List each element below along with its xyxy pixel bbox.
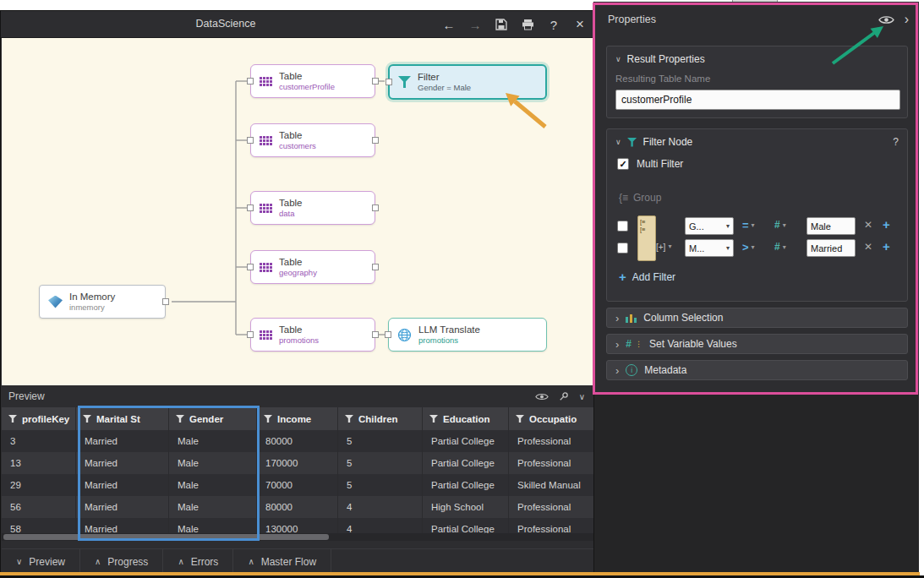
preview-panel-icons: ∨ xyxy=(535,391,585,401)
table-cell: Professional xyxy=(509,496,593,518)
column-header-2[interactable]: Gender xyxy=(169,407,257,430)
chevron-right-icon: › xyxy=(615,364,619,377)
input-port[interactable] xyxy=(247,78,254,85)
remove-filter-icon[interactable]: ✕ xyxy=(864,241,872,253)
type-dropdown[interactable]: # ▾ xyxy=(774,219,786,231)
save-icon[interactable] xyxy=(492,15,511,34)
node-subtitle: promotions xyxy=(418,335,480,345)
node-text: Table geography xyxy=(279,257,317,277)
column-header-6[interactable]: Occupatio xyxy=(509,407,593,430)
node-table-customerprofile[interactable]: Table customerProfile xyxy=(250,64,375,98)
filter-value-input[interactable] xyxy=(806,239,856,257)
tab-progress[interactable]: ∧ Progress xyxy=(80,549,163,574)
pin-icon[interactable] xyxy=(559,391,569,401)
scrollbar-thumb[interactable] xyxy=(3,534,329,540)
input-port[interactable] xyxy=(247,331,254,338)
collapse-panel-chevron-icon[interactable]: › xyxy=(905,13,909,26)
eye-icon[interactable] xyxy=(878,14,894,25)
column-header-label: Education xyxy=(443,414,490,424)
node-table-customers[interactable]: Table customers xyxy=(250,123,375,157)
input-port[interactable] xyxy=(385,79,392,85)
column-header-5[interactable]: Education xyxy=(423,407,509,430)
section-set-variable-values[interactable]: › # ⋮ Set Variable Values xyxy=(606,334,908,354)
output-port[interactable] xyxy=(372,264,379,270)
column-header-4[interactable]: Children xyxy=(338,407,423,430)
table-cell: Married xyxy=(76,474,169,496)
close-icon[interactable]: × xyxy=(571,15,589,34)
output-port[interactable] xyxy=(372,331,379,338)
tab-label: Preview xyxy=(29,556,65,568)
column-dropdown-value: M... xyxy=(689,243,704,254)
filter-value-input[interactable] xyxy=(806,217,856,235)
table-cell: 5 xyxy=(338,430,423,452)
result-properties-header[interactable]: ∨ Result Properties xyxy=(607,46,907,72)
column-header-0[interactable]: profileKey xyxy=(2,407,76,430)
filter-node-header[interactable]: ∨ Filter Node ? xyxy=(607,129,907,155)
filter-icon xyxy=(627,138,637,147)
workflow-canvas[interactable]: In Memory inmemory Table customerProfile… xyxy=(2,38,593,385)
column-filter-icon xyxy=(429,415,438,423)
node-llm-translate[interactable]: LLM Translate promotions xyxy=(388,318,547,352)
node-table-promotions[interactable]: Table promotions xyxy=(250,318,375,352)
forward-icon[interactable]: → xyxy=(466,15,484,34)
column-dropdown[interactable]: M... ▾ xyxy=(685,239,734,257)
section-metadata[interactable]: › i Metadata xyxy=(606,360,908,380)
tab-preview[interactable]: ∨ Preview xyxy=(2,549,80,574)
resulting-table-name-input[interactable] xyxy=(615,90,900,110)
table-cell: Male xyxy=(169,496,257,518)
group-control: {≡ Group xyxy=(619,192,661,204)
info-icon: i xyxy=(626,364,637,376)
table-cell: 4 xyxy=(338,496,423,518)
table-cell: Partial College xyxy=(423,452,509,474)
type-value: # xyxy=(774,241,780,253)
operator-dropdown[interactable]: > ▾ xyxy=(742,241,755,254)
column-dropdown[interactable]: G... ▾ xyxy=(685,217,734,235)
help-icon[interactable]: ? xyxy=(893,136,899,148)
join-operator-dropdown[interactable]: [+] ▾ xyxy=(656,243,671,252)
output-port[interactable] xyxy=(372,204,379,211)
remove-filter-icon[interactable]: ✕ xyxy=(864,219,872,231)
column-filter-icon xyxy=(176,415,184,423)
node-table-geography[interactable]: Table geography xyxy=(250,250,375,284)
properties-panel: Properties › ∨ Result Properties Resulti… xyxy=(594,2,919,394)
type-dropdown[interactable]: # ▾ xyxy=(774,241,786,253)
node-subtitle: customerProfile xyxy=(279,82,335,91)
output-port[interactable] xyxy=(372,137,379,144)
table-cell: Professional xyxy=(509,452,593,474)
input-port[interactable] xyxy=(385,331,391,338)
horizontal-scrollbar[interactable] xyxy=(2,533,593,541)
table-cell: 5 xyxy=(338,474,423,496)
column-header-3[interactable]: Income xyxy=(257,407,338,430)
output-port[interactable] xyxy=(372,78,379,85)
section-column-selection[interactable]: › Column Selection xyxy=(606,308,908,328)
node-table-data[interactable]: Table data xyxy=(250,191,375,225)
column-header-1[interactable]: Marital St xyxy=(76,407,169,430)
input-port[interactable] xyxy=(247,264,254,270)
operator-dropdown[interactable]: = ▾ xyxy=(742,219,755,232)
node-filter-selected[interactable]: Filter Gender = Male xyxy=(388,64,547,100)
output-port[interactable] xyxy=(162,298,169,305)
table-cell: 13 xyxy=(2,452,76,474)
back-icon[interactable]: ← xyxy=(440,15,458,34)
input-port[interactable] xyxy=(247,137,254,144)
node-in-memory[interactable]: In Memory inmemory xyxy=(39,285,166,319)
multi-filter-row: ✓ Multi Filter xyxy=(617,158,683,170)
table-row: 29MarriedMale700005Partial CollegeSkille… xyxy=(2,474,593,496)
tab-errors[interactable]: ∧ Errors xyxy=(163,549,233,574)
filter-icon xyxy=(398,76,411,88)
help-icon[interactable]: ? xyxy=(544,15,563,34)
add-filter-row-icon[interactable]: + xyxy=(883,217,890,232)
table-cell: 80000 xyxy=(257,496,338,518)
collapse-panel-icon[interactable]: ∨ xyxy=(579,392,585,401)
table-cell: Partial College xyxy=(423,430,509,452)
add-filter-button[interactable]: + Add Filter xyxy=(619,270,675,284)
table-cell: 5 xyxy=(338,452,423,474)
resulting-table-name-label: Resulting Table Name xyxy=(615,74,899,84)
input-port[interactable] xyxy=(247,204,254,211)
eye-icon[interactable] xyxy=(535,392,549,401)
multi-filter-checkbox[interactable]: ✓ xyxy=(617,158,629,170)
table-cell: 80000 xyxy=(257,430,338,452)
tab-master-flow[interactable]: ∧ Master Flow xyxy=(233,549,331,574)
add-filter-row-icon[interactable]: + xyxy=(883,239,890,254)
print-icon[interactable] xyxy=(518,15,537,34)
